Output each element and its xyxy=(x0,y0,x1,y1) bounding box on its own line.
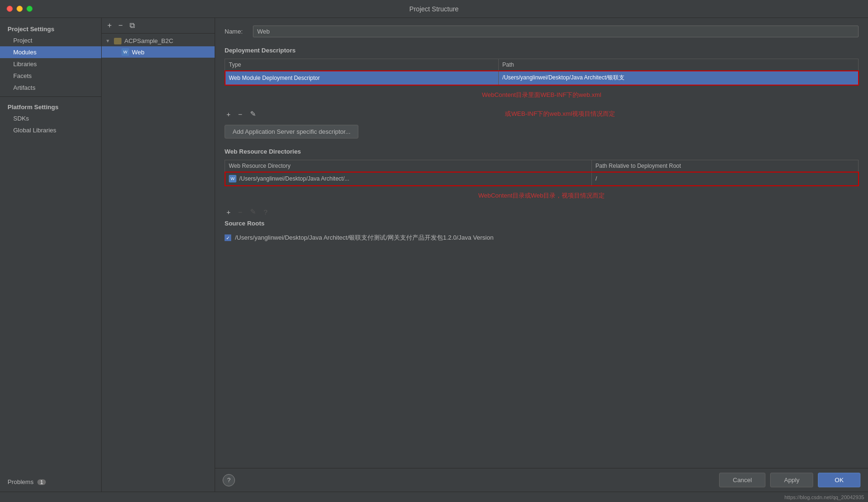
dir-icon: W xyxy=(229,175,236,182)
web-resource-row[interactable]: W /Users/yanglinwei/Desktop/Java Archite… xyxy=(225,172,859,186)
sidebar-item-sdks[interactable]: SDKs xyxy=(0,113,101,124)
help-area: ? xyxy=(223,474,235,486)
sidebar-item-modules[interactable]: Modules xyxy=(0,46,101,58)
web-resource-header: Web Resource Directories xyxy=(225,148,859,155)
minimize-button[interactable] xyxy=(17,6,23,12)
descriptor-remove-btn[interactable]: − xyxy=(236,109,244,119)
col-path-header: Path xyxy=(498,59,858,71)
apply-button[interactable]: Apply xyxy=(770,473,813,487)
main-content: Project Settings Project Modules Librari… xyxy=(0,18,868,492)
close-button[interactable] xyxy=(7,6,13,12)
descriptor-toolbar: + − ✎ 或WEB-INF下的web.xml视项目情况而定 xyxy=(225,103,859,125)
web-resource-path: / xyxy=(591,172,858,186)
problems-badge: 1 xyxy=(37,479,46,485)
sidebar: Project Settings Project Modules Librari… xyxy=(0,18,102,492)
maximize-button[interactable] xyxy=(26,6,33,12)
descriptor-add-btn[interactable]: + xyxy=(225,109,233,119)
tree-toolbar: + − ⧉ xyxy=(102,18,215,34)
annotation-text-1: WebContent目录里面WEB-INF下的web.xml xyxy=(225,87,859,103)
add-server-button[interactable]: Add Application Server specific descript… xyxy=(225,125,358,138)
sidebar-item-global-libraries[interactable]: Global Libraries xyxy=(0,124,101,136)
cancel-button[interactable]: Cancel xyxy=(719,473,765,487)
web-resource-help-btn[interactable]: ? xyxy=(262,207,269,217)
tree-expand-arrow: ▼ xyxy=(105,38,111,43)
folder-icon xyxy=(114,38,122,44)
sidebar-item-project[interactable]: Project xyxy=(0,35,101,46)
descriptor-edit-btn[interactable]: ✎ xyxy=(248,109,258,119)
web-resource-col1-header: Web Resource Directory xyxy=(225,160,592,172)
annotation-text-2: 或WEB-INF下的web.xml视项目情况而定 xyxy=(262,106,859,122)
sidebar-divider xyxy=(0,96,101,97)
descriptor-type: Web Module Deployment Descriptor xyxy=(225,71,499,85)
status-url: https://blog.csdn.net/qq_20042935 xyxy=(784,494,864,500)
web-resource-remove-btn[interactable]: − xyxy=(236,207,244,217)
tree-copy-button[interactable]: ⧉ xyxy=(128,21,137,30)
ok-button[interactable]: OK xyxy=(818,473,860,487)
annotation-text-3: WebContent目录或Web目录，视项目情况而定 xyxy=(225,188,859,204)
tree-panel: + − ⧉ ▼ ACPSample_B2C W Web xyxy=(102,18,215,492)
web-resource-directory: W /Users/yanglinwei/Desktop/Java Archite… xyxy=(225,172,592,186)
tree-item-acpsample[interactable]: ▼ ACPSample_B2C xyxy=(102,35,215,46)
title-bar: Project Structure xyxy=(0,0,868,18)
descriptor-path: /Users/yanglinwei/Desktop/Java Architect… xyxy=(498,71,858,85)
tree-remove-button[interactable]: − xyxy=(116,21,124,30)
content-area: Name: Deployment Descriptors Type Path W… xyxy=(215,18,868,468)
name-row: Name: xyxy=(225,26,859,37)
descriptor-row[interactable]: Web Module Deployment Descriptor /Users/… xyxy=(225,71,859,85)
project-settings-header: Project Settings xyxy=(0,22,101,35)
name-input[interactable] xyxy=(253,26,859,37)
traffic-lights xyxy=(7,6,33,12)
sidebar-item-problems[interactable]: Problems 1 xyxy=(0,476,101,488)
sidebar-item-facets[interactable]: Facets xyxy=(0,70,101,82)
tree-item-label: ACPSample_B2C xyxy=(124,37,173,44)
sidebar-item-libraries[interactable]: Libraries xyxy=(0,58,101,70)
name-label: Name: xyxy=(225,28,248,35)
bottom-bar-wrapper: ? Cancel Apply OK xyxy=(215,468,868,492)
source-root-path: /Users/yanglinwei/Desktop/Java Architect… xyxy=(235,234,494,242)
source-root-item: ✓ /Users/yanglinwei/Desktop/Java Archite… xyxy=(225,232,859,244)
source-roots-header: Source Roots xyxy=(225,220,859,227)
platform-settings-header: Platform Settings xyxy=(0,100,101,113)
web-resource-table: Web Resource Directory Path Relative to … xyxy=(225,160,859,186)
right-panel: Name: Deployment Descriptors Type Path W… xyxy=(215,18,868,492)
tree-content: ▼ ACPSample_B2C W Web xyxy=(102,34,215,492)
web-resource-edit-btn[interactable]: ✎ xyxy=(248,207,258,217)
source-root-checkbox[interactable]: ✓ xyxy=(225,234,231,241)
web-resource-add-btn[interactable]: + xyxy=(225,207,233,217)
tree-item-label: Web xyxy=(132,49,145,56)
help-button[interactable]: ? xyxy=(223,474,235,486)
deployment-descriptors-header: Deployment Descriptors xyxy=(225,47,859,54)
deployment-descriptors-table: Type Path Web Module Deployment Descript… xyxy=(225,59,859,85)
bottom-bar: ? Cancel Apply OK xyxy=(215,468,868,492)
web-resource-toolbar: + − ✎ ? xyxy=(225,204,859,220)
status-bar: https://blog.csdn.net/qq_20042935 xyxy=(0,492,868,502)
sidebar-item-artifacts[interactable]: Artifacts xyxy=(0,82,101,94)
module-icon: W xyxy=(122,48,129,56)
tree-add-button[interactable]: + xyxy=(105,21,113,30)
window-title: Project Structure xyxy=(409,5,459,13)
web-resource-col2-header: Path Relative to Deployment Root xyxy=(591,160,858,172)
col-type-header: Type xyxy=(225,59,499,71)
tree-item-web[interactable]: W Web xyxy=(102,46,215,58)
